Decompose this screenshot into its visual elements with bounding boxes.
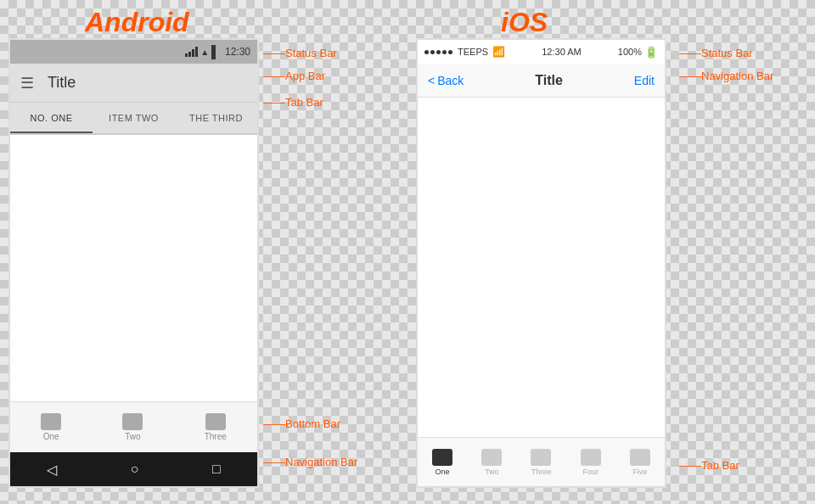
android-section-title: Android: [85, 7, 189, 38]
android-bottom-item-1[interactable]: One: [41, 413, 61, 441]
android-bottom-item-3[interactable]: Three: [205, 413, 227, 441]
ios-tab-icon-5: [630, 449, 650, 466]
android-back-button[interactable]: ◁: [47, 462, 57, 478]
android-status-bar: ▲ ▌ 12:30: [10, 40, 257, 64]
annotation-android-nav-bar: ——Navigation Bar: [263, 456, 357, 468]
android-tab-1[interactable]: NO. ONE: [10, 103, 93, 133]
annotation-android-bottom-bar: ——Bottom Bar: [263, 417, 340, 430]
ios-tab-label-2: Two: [485, 468, 499, 476]
android-bottom-label-3: Three: [205, 432, 227, 441]
ios-tab-label-1: One: [436, 468, 450, 476]
android-app-bar-title: Title: [48, 74, 76, 92]
ios-tab-item-4[interactable]: Four: [581, 449, 601, 476]
ios-battery-pct: 100%: [618, 47, 642, 57]
ios-status-left: TEEPS 📶: [424, 46, 505, 58]
android-recent-button[interactable]: □: [212, 462, 221, 477]
android-bottom-label-1: One: [43, 432, 59, 441]
annotation-ios-nav-bar: ——Navigation Bar: [679, 70, 773, 82]
ios-section-title: iOS: [501, 7, 548, 38]
ios-time: 12:30 AM: [542, 47, 581, 57]
ios-edit-button[interactable]: Edit: [634, 74, 655, 87]
android-bottom-item-2[interactable]: Two: [122, 413, 143, 441]
android-app-bar: ☰ Title: [10, 64, 257, 103]
annotation-ios-status-bar: ——Status Bar: [679, 47, 753, 59]
ios-battery-icon: 🔋: [644, 46, 658, 59]
ios-tab-icon-3: [531, 449, 551, 466]
ios-tab-icon-1: [432, 449, 452, 466]
ios-tab-label-3: Three: [531, 468, 552, 476]
ios-tab-label-5: Five: [632, 468, 647, 476]
hamburger-icon[interactable]: ☰: [20, 74, 34, 92]
ios-back-chevron: <: [428, 74, 435, 87]
android-content: [10, 135, 257, 401]
annotation-android-app-bar: ——App Bar: [263, 70, 325, 82]
ios-status-right: 100% 🔋: [618, 46, 658, 59]
android-home-button[interactable]: ○: [131, 462, 139, 477]
annotation-android-tab-bar: ——Tab Bar: [263, 96, 323, 109]
android-tab-bar: NO. ONE ITEM TWO THE THIRD: [10, 103, 257, 135]
android-bottom-bar: One Two Three: [10, 401, 257, 452]
ios-navigation-bar: < Back Title Edit: [418, 64, 665, 98]
ios-nav-title: Title: [535, 73, 563, 88]
ios-content: [418, 98, 665, 437]
ios-status-bar: TEEPS 📶 12:30 AM 100% 🔋: [418, 40, 665, 64]
ios-tab-icon-2: [481, 449, 502, 466]
ios-tab-item-2[interactable]: Two: [481, 449, 502, 476]
ios-wifi-icon: 📶: [492, 46, 505, 58]
android-phone: ▲ ▌ 12:30 ☰ Title NO. ONE ITEM TWO THE T…: [8, 38, 259, 488]
annotation-android-status-bar: ——Status Bar: [263, 47, 337, 59]
android-bottom-icon-3: [205, 413, 226, 430]
annotation-ios-tab-bar: ——Tab Bar: [679, 459, 739, 472]
android-tab-3[interactable]: THE THIRD: [175, 103, 257, 133]
ios-tab-item-3[interactable]: Three: [531, 449, 551, 476]
ios-phone: TEEPS 📶 12:30 AM 100% 🔋 < Back Title Edi…: [416, 38, 666, 488]
ios-tab-item-5[interactable]: Five: [630, 449, 650, 476]
ios-tab-icon-4: [581, 449, 601, 466]
android-tab-2[interactable]: ITEM TWO: [93, 103, 175, 133]
android-nav-bar: ◁ ○ □: [10, 452, 257, 486]
ios-back-button[interactable]: < Back: [428, 74, 464, 87]
ios-tab-item-1[interactable]: One: [432, 449, 452, 476]
android-time: 12:30: [225, 46, 250, 58]
ios-back-label: Back: [437, 74, 464, 87]
ios-tab-bar: One Two Three Four Five: [418, 437, 665, 486]
android-bottom-label-2: Two: [125, 432, 140, 441]
ios-tab-label-4: Four: [582, 468, 599, 476]
ios-carrier: TEEPS: [458, 47, 488, 57]
android-bottom-icon-1: [41, 413, 61, 430]
android-bottom-icon-2: [122, 413, 143, 430]
